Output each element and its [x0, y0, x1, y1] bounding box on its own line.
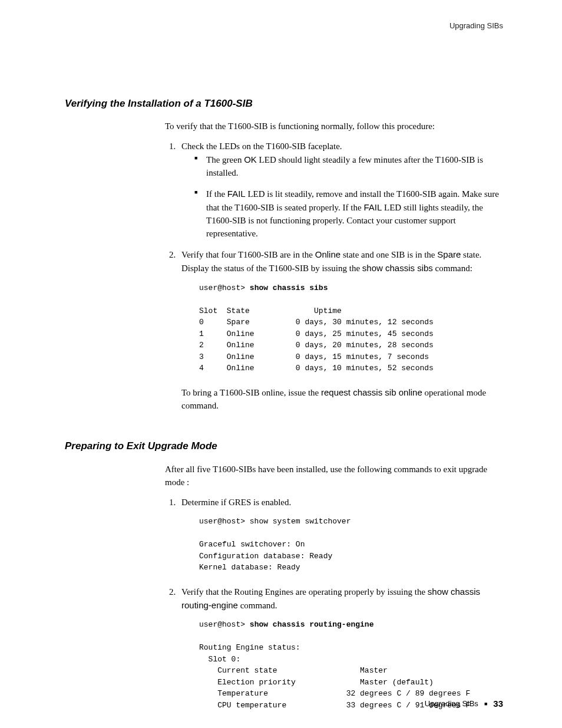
text: If the: [206, 189, 227, 199]
text: state and one SIB is in the: [340, 250, 437, 259]
step-2: Verify that four T1600-SIB are in the On…: [178, 248, 503, 412]
intro-paragraph: After all five T1600-SIBs have been inst…: [165, 463, 503, 489]
procedure-list-1: Check the LEDs on the T1600-SIB faceplat…: [165, 140, 503, 412]
running-header: Upgrading SIBs: [65, 21, 503, 32]
prompt: user@host>: [199, 620, 250, 629]
led-ok-label: OK: [244, 154, 257, 164]
command: show chassis sibs: [250, 284, 328, 292]
step-1-text: Check the LEDs on the T1600-SIB faceplat…: [181, 141, 342, 151]
square-icon: ■: [484, 700, 487, 708]
intro-paragraph: To verify that the T1600-SIB is function…: [165, 120, 503, 133]
text: command:: [433, 263, 472, 273]
section-heading-preparing: Preparing to Exit Upgrade Mode: [65, 439, 503, 454]
code-show-chassis-sibs: user@host> show chassis sibs Slot State …: [199, 282, 503, 374]
text: The green: [206, 155, 244, 164]
led-fail-label: FAIL: [227, 189, 246, 199]
section1-body: To verify that the T1600-SIB is function…: [165, 120, 503, 412]
state-online: Online: [315, 249, 340, 259]
text: command.: [238, 601, 277, 610]
step-2-outro: To bring a T1600-SIB online, issue the r…: [181, 386, 503, 413]
led-fail-label: FAIL: [363, 202, 382, 212]
footer-label: Upgrading SIBs: [425, 699, 478, 710]
output: Slot State Uptime 0 Spare 0 days, 30 min…: [199, 307, 434, 373]
state-spare: Spare: [437, 249, 461, 259]
page-number: 33: [493, 697, 503, 710]
cmd-show-chassis-sibs: show chassis sibs: [362, 263, 433, 273]
text: Verify that four T1600-SIB are in the: [181, 250, 315, 259]
text: Verify that the Routing Engines are oper…: [181, 587, 428, 597]
step-1: Check the LEDs on the T1600-SIB faceplat…: [178, 140, 503, 240]
prompt: user@host>: [199, 284, 250, 292]
bullet-fail-led: If the FAIL LED is lit steadily, remove …: [194, 187, 503, 240]
page-footer: Upgrading SIBs ■ 33: [425, 697, 503, 710]
section2-body: After all five T1600-SIBs have been inst…: [165, 463, 503, 711]
cmd-request-chassis-sib-online: request chassis sib online: [321, 387, 422, 397]
step-1: Determine if GRES is enabled. user@host>…: [178, 496, 503, 574]
step-1-bullets: The green OK LED should light steadily a…: [181, 153, 503, 241]
text: To bring a T1600-SIB online, issue the: [181, 388, 321, 397]
code-show-system-switchover: user@host> show system switchover Gracef…: [199, 516, 503, 574]
step-2: Verify that the Routing Engines are oper…: [178, 585, 503, 711]
procedure-list-2: Determine if GRES is enabled. user@host>…: [165, 496, 503, 711]
command: show chassis routing-engine: [250, 620, 374, 629]
page: Upgrading SIBs Verifying the Installatio…: [0, 0, 562, 728]
step-1-text: Determine if GRES is enabled.: [181, 498, 291, 507]
section-heading-verifying: Verifying the Installation of a T1600-SI…: [65, 97, 503, 111]
bullet-ok-led: The green OK LED should light steadily a…: [194, 153, 503, 180]
